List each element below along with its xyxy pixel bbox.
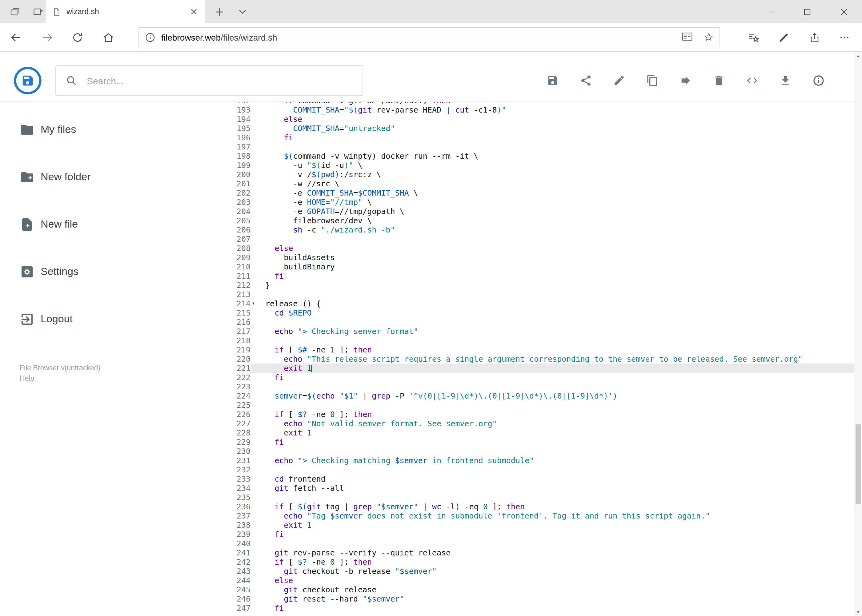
share-button[interactable] bbox=[569, 67, 602, 94]
code-line[interactable]: 213 bbox=[198, 290, 854, 299]
code-line[interactable]: 194 else bbox=[198, 115, 854, 124]
code-line[interactable]: 228 exit 1 bbox=[198, 428, 854, 437]
code-line[interactable]: 196 fi bbox=[198, 133, 854, 142]
code-line[interactable]: 241 git rev-parse --verify --quiet relea… bbox=[198, 548, 854, 557]
code-line[interactable]: 197 bbox=[198, 142, 854, 151]
address-bar[interactable]: filebrowser.web/files/wizard.sh bbox=[139, 27, 720, 47]
tab-list-chevron-button[interactable] bbox=[233, 0, 252, 24]
code-line[interactable]: 192 if command -v git &> /dev/null; then bbox=[198, 102, 854, 105]
move-button[interactable] bbox=[669, 67, 702, 94]
code-line[interactable]: 199 -u "$(id -u)" \ bbox=[198, 160, 854, 170]
code-line[interactable]: 212} bbox=[198, 280, 854, 290]
code-line[interactable]: 243 git checkout -b release "$semver" bbox=[198, 566, 854, 576]
code-line[interactable]: 209 buildAssets bbox=[198, 253, 854, 262]
copy-button[interactable] bbox=[635, 67, 669, 94]
new-tab-button[interactable] bbox=[209, 0, 229, 24]
code-line[interactable]: 195 COMMIT_SHA="untracked" bbox=[198, 124, 854, 133]
fold-arrow-icon[interactable]: ▾ bbox=[252, 299, 255, 308]
set-tabs-aside-button[interactable] bbox=[28, 0, 48, 24]
scroll-up-arrow[interactable]: ▲ bbox=[854, 52, 862, 60]
code-line[interactable]: 221 exit 1 bbox=[198, 363, 854, 373]
code-line[interactable]: 218 bbox=[198, 336, 854, 345]
home-button[interactable] bbox=[98, 28, 118, 47]
sidebar-item-my-files[interactable]: My files bbox=[0, 106, 198, 153]
forward-button[interactable] bbox=[38, 28, 57, 47]
code-line[interactable]: 233 cd frontend bbox=[198, 474, 854, 484]
help-link[interactable]: Help bbox=[20, 373, 198, 384]
code-line[interactable]: 219 if [ $# -ne 1 ]; then bbox=[198, 345, 854, 354]
refresh-button[interactable] bbox=[68, 28, 87, 47]
code-line[interactable]: 239 fi bbox=[198, 530, 854, 539]
code-line[interactable]: 246 git reset --hard "$semver" bbox=[198, 594, 854, 603]
code-line[interactable]: 202 -e COMMIT_SHA=$COMMIT_SHA \ bbox=[198, 188, 854, 198]
code-line[interactable]: 198 $(command -v winpty) docker run --rm… bbox=[198, 151, 854, 160]
vertical-scrollbar[interactable]: ▲ ▼ bbox=[854, 52, 862, 616]
favorite-star-icon[interactable] bbox=[703, 32, 714, 42]
code-line[interactable]: 245 git checkout release bbox=[198, 585, 854, 594]
filebrowser-logo[interactable] bbox=[14, 66, 42, 95]
code-line[interactable]: 207 bbox=[198, 234, 854, 244]
reading-view-icon[interactable] bbox=[682, 32, 692, 42]
sidebar-item-settings[interactable]: Settings bbox=[0, 248, 198, 295]
code-line[interactable]: 211 fi bbox=[198, 271, 854, 280]
code-line[interactable]: 234 git fetch --all bbox=[198, 484, 854, 493]
code-line[interactable]: 247 fi bbox=[198, 603, 854, 613]
minimize-button[interactable] bbox=[758, 0, 786, 24]
code-line[interactable]: 242 if [ $? -ne 0 ]; then bbox=[198, 557, 854, 566]
search-input[interactable] bbox=[87, 75, 362, 86]
code-line[interactable]: 217 echo "> Checking semver format" bbox=[198, 327, 854, 336]
browser-tab[interactable]: wizard.sh bbox=[46, 0, 205, 24]
code-line[interactable]: 222 fi bbox=[198, 373, 854, 382]
close-window-button[interactable] bbox=[830, 0, 858, 24]
code-line[interactable]: 216 bbox=[198, 317, 854, 327]
scroll-down-arrow[interactable]: ▼ bbox=[854, 607, 862, 616]
scrollbar-thumb[interactable] bbox=[856, 424, 861, 504]
code-line[interactable]: 226 if [ $? -ne 0 ]; then bbox=[198, 410, 854, 419]
code-line[interactable]: 235 bbox=[198, 493, 854, 502]
code-line[interactable]: 231 echo "> Checking matching $semver in… bbox=[198, 456, 854, 465]
code-line[interactable]: 238 exit 1 bbox=[198, 520, 854, 530]
tab-preview-button[interactable] bbox=[5, 0, 25, 24]
web-note-button[interactable] bbox=[774, 28, 793, 47]
code-line[interactable]: 205 filebrowser/dev \ bbox=[198, 216, 854, 225]
code-button[interactable] bbox=[735, 67, 769, 94]
tab-close-icon[interactable] bbox=[189, 7, 199, 17]
code-line[interactable]: 237 echo "Tag $semver does not exist in … bbox=[198, 511, 854, 520]
code-line[interactable]: 224 semver=$(echo "$1" | grep -P '^v(0|[… bbox=[198, 391, 854, 401]
code-line[interactable]: 201 -w //src \ bbox=[198, 179, 854, 188]
code-line[interactable]: 204 -e GOPATH=//tmp/gopath \ bbox=[198, 207, 854, 216]
code-line[interactable]: 232 bbox=[198, 465, 854, 474]
sidebar-item-logout[interactable]: Logout bbox=[0, 295, 198, 343]
more-button[interactable] bbox=[835, 28, 854, 47]
edit-button[interactable] bbox=[602, 67, 635, 94]
maximize-button[interactable] bbox=[793, 0, 821, 24]
sidebar-item-new-folder[interactable]: New folder bbox=[0, 153, 198, 201]
code-line[interactable]: 206 sh -c "./wizard.sh -b" bbox=[198, 225, 854, 234]
save-button[interactable] bbox=[536, 67, 569, 94]
code-line[interactable]: 193 COMMIT_SHA="$(git rev-parse HEAD | c… bbox=[198, 105, 854, 115]
info-button[interactable] bbox=[802, 67, 835, 94]
code-line[interactable]: 236 if [ $(git tag | grep "$semver" | wc… bbox=[198, 502, 854, 511]
sidebar-item-new-file[interactable]: New file bbox=[0, 201, 198, 248]
code-line[interactable]: 244 else bbox=[198, 576, 854, 585]
code-line[interactable]: 203 -e HOME="//tmp" \ bbox=[198, 198, 854, 207]
code-line[interactable]: 223 bbox=[198, 382, 854, 391]
hub-button[interactable] bbox=[744, 28, 763, 47]
code-line[interactable]: 240 bbox=[198, 539, 854, 548]
code-line[interactable]: 225 bbox=[198, 401, 854, 410]
code-line[interactable]: 229 fi bbox=[198, 437, 854, 446]
code-line[interactable]: 200 -v /$(pwd):/src:z \ bbox=[198, 170, 854, 179]
code-line[interactable]: 220 echo "This release script requires a… bbox=[198, 354, 854, 363]
code-line[interactable]: 208 else bbox=[198, 244, 854, 253]
code-line[interactable]: 230 bbox=[198, 446, 854, 456]
code-editor[interactable]: 192 if command -v git &> /dev/null; then… bbox=[198, 102, 854, 616]
share-page-button[interactable] bbox=[804, 28, 824, 47]
delete-button[interactable] bbox=[702, 67, 735, 94]
code-line[interactable]: 227 echo "Not valid semver format. See s… bbox=[198, 419, 854, 428]
code-line[interactable]: 215 cd $REPO bbox=[198, 308, 854, 317]
code-line[interactable]: 214▾release () { bbox=[198, 299, 854, 308]
back-button[interactable] bbox=[6, 28, 26, 47]
site-info-icon[interactable] bbox=[145, 32, 155, 42]
code-line[interactable]: 210 buildBinary bbox=[198, 262, 854, 271]
download-button[interactable] bbox=[769, 67, 802, 94]
